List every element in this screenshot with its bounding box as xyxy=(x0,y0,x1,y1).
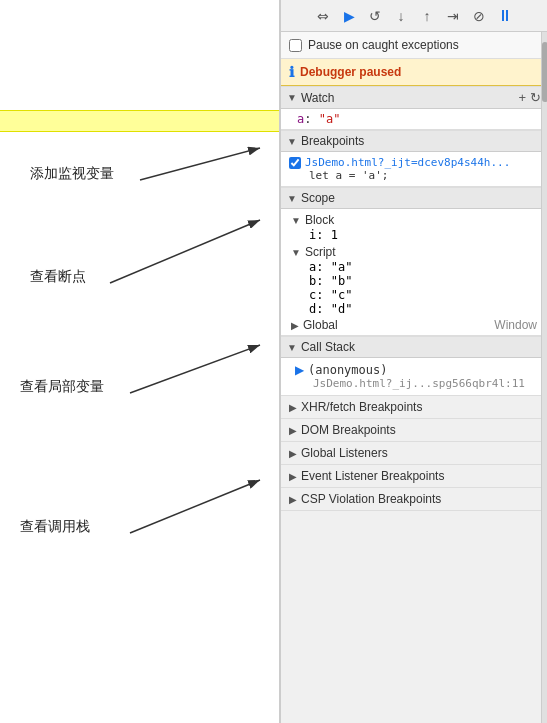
xhr-breakpoints-section[interactable]: ▶ XHR/fetch Breakpoints xyxy=(281,396,547,419)
xhr-triangle-icon: ▶ xyxy=(289,402,297,413)
step-out-button[interactable]: ↑ xyxy=(417,6,437,26)
dom-breakpoints-section[interactable]: ▶ DOM Breakpoints xyxy=(281,419,547,442)
breakpoint-code-0: let a = 'a'; xyxy=(289,169,539,182)
call-stack-title: Call Stack xyxy=(301,340,355,354)
call-stack-triangle-icon: ▼ xyxy=(287,342,297,353)
watch-triangle-icon: ▼ xyxy=(287,92,297,103)
breakpoints-content: JsDemo.html?_ijt=dcev8p4s44h... let a = … xyxy=(281,152,547,187)
scope-script-item-a: a: "a" xyxy=(281,260,547,274)
pause-exceptions-checkbox[interactable] xyxy=(289,39,302,52)
step-over-button[interactable]: ↺ xyxy=(365,6,385,26)
global-listeners-section[interactable]: ▶ Global Listeners xyxy=(281,442,547,465)
expand-icon[interactable]: ⇔ xyxy=(313,6,333,26)
yellow-highlight xyxy=(0,110,279,132)
watch-item-val-0: "a" xyxy=(319,112,341,126)
call-stack-item-0: ▶ (anonymous) JsDemo.html?_ij...spg566qb… xyxy=(281,360,547,393)
step-into-button[interactable]: ↓ xyxy=(391,6,411,26)
watch-content: a: "a" xyxy=(281,109,547,130)
debugger-toolbar: ⇔ ▶ ↺ ↓ ↑ ⇥ ⊘ ⏸ xyxy=(281,0,547,32)
scope-triangle-icon: ▼ xyxy=(287,193,297,204)
breakpoint-checkbox-0[interactable] xyxy=(289,157,301,169)
breakpoint-item-0: JsDemo.html?_ijt=dcev8p4s44h... let a = … xyxy=(281,154,547,184)
svg-line-2 xyxy=(110,220,260,283)
global-listeners-label: Global Listeners xyxy=(301,446,388,460)
info-icon: ℹ xyxy=(289,64,294,80)
deactivate-button[interactable]: ⊘ xyxy=(469,6,489,26)
watch-section: ▼ Watch + ↻ a: "a" xyxy=(281,86,547,130)
svg-line-1 xyxy=(140,148,260,180)
xhr-breakpoints-label: XHR/fetch Breakpoints xyxy=(301,400,422,414)
annotation-breakpoints: 查看断点 xyxy=(30,268,86,286)
breakpoints-triangle-icon: ▼ xyxy=(287,136,297,147)
scope-section-header[interactable]: ▼ Scope xyxy=(281,187,547,209)
right-panel: ⇔ ▶ ↺ ↓ ↑ ⇥ ⊘ ⏸ Pause on caught exceptio… xyxy=(280,0,547,723)
arrows-overlay xyxy=(0,0,280,723)
dom-breakpoints-label: DOM Breakpoints xyxy=(301,423,396,437)
call-func-name: (anonymous) xyxy=(308,363,387,377)
scope-title: Scope xyxy=(301,191,335,205)
csp-violation-section[interactable]: ▶ CSP Violation Breakpoints xyxy=(281,488,547,511)
scope-block-header[interactable]: ▼ Block xyxy=(281,212,547,228)
dom-triangle-icon: ▶ xyxy=(289,425,297,436)
debugger-paused-banner: ℹ Debugger paused xyxy=(281,59,547,86)
scope-global-value: Window xyxy=(494,318,537,332)
scope-script-item-b: b: "b" xyxy=(281,274,547,288)
block-triangle-icon: ▼ xyxy=(291,215,301,226)
watch-add-icon[interactable]: + xyxy=(518,90,526,105)
scope-block-val-i: 1 xyxy=(331,228,338,242)
watch-actions: + ↻ xyxy=(518,90,541,105)
scope-block: ▼ Block i: 1 xyxy=(281,211,547,243)
svg-line-3 xyxy=(130,345,260,393)
scrollbar[interactable] xyxy=(541,32,547,723)
call-func-row: ▶ (anonymous) xyxy=(295,363,533,377)
scope-script-header[interactable]: ▼ Script xyxy=(281,244,547,260)
call-stack-section-header[interactable]: ▼ Call Stack xyxy=(281,336,547,358)
debugger-paused-text: Debugger paused xyxy=(300,65,401,79)
scope-script: ▼ Script a: "a" b: "b" c: "c" d: "d" xyxy=(281,243,547,317)
breakpoints-section-header[interactable]: ▼ Breakpoints xyxy=(281,130,547,152)
csp-violation-label: CSP Violation Breakpoints xyxy=(301,492,441,506)
scope-block-title: Block xyxy=(305,213,334,227)
left-panel: 添加监视变量 查看断点 查看局部变量 查看调用栈 xyxy=(0,0,280,723)
scope-block-item-i: i: 1 xyxy=(281,228,547,242)
global-triangle-icon: ▶ xyxy=(291,320,299,331)
event-listener-label: Event Listener Breakpoints xyxy=(301,469,444,483)
breakpoint-filename-0: JsDemo.html?_ijt=dcev8p4s44h... xyxy=(305,156,510,169)
scope-section: ▼ Scope ▼ Block i: 1 ▼ Script xyxy=(281,187,547,336)
scope-global-row[interactable]: ▶ Global Window xyxy=(281,317,547,333)
call-func-location: JsDemo.html?_ij...spg566qbr4l:11 xyxy=(295,377,533,390)
scope-content: ▼ Block i: 1 ▼ Script a: "a" b: "b" xyxy=(281,209,547,336)
global-listeners-triangle-icon: ▶ xyxy=(289,448,297,459)
watch-section-header[interactable]: ▼ Watch + ↻ xyxy=(281,86,547,109)
watch-refresh-icon[interactable]: ↻ xyxy=(530,90,541,105)
csp-triangle-icon: ▶ xyxy=(289,494,297,505)
scroll-thumb[interactable] xyxy=(542,42,547,102)
scope-script-title: Script xyxy=(305,245,336,259)
annotation-callstack: 查看调用栈 xyxy=(20,518,90,536)
pause-button[interactable]: ⏸ xyxy=(495,6,515,26)
scope-script-item-d: d: "d" xyxy=(281,302,547,316)
watch-title: Watch xyxy=(301,91,335,105)
call-stack-content: ▶ (anonymous) JsDemo.html?_ij...spg566qb… xyxy=(281,358,547,396)
breakpoints-title: Breakpoints xyxy=(301,134,364,148)
breakpoint-item-top-0: JsDemo.html?_ijt=dcev8p4s44h... xyxy=(289,156,539,169)
pause-exceptions-row[interactable]: Pause on caught exceptions xyxy=(281,32,547,59)
annotation-watch: 添加监视变量 xyxy=(30,165,114,183)
pause-exceptions-label: Pause on caught exceptions xyxy=(308,38,459,52)
watch-item-0: a: "a" xyxy=(281,111,547,127)
breakpoints-section: ▼ Breakpoints JsDemo.html?_ijt=dcev8p4s4… xyxy=(281,130,547,187)
step-button[interactable]: ⇥ xyxy=(443,6,463,26)
event-listener-triangle-icon: ▶ xyxy=(289,471,297,482)
resume-button[interactable]: ▶ xyxy=(339,6,359,26)
scope-script-item-c: c: "c" xyxy=(281,288,547,302)
event-listener-breakpoints-section[interactable]: ▶ Event Listener Breakpoints xyxy=(281,465,547,488)
script-triangle-icon: ▼ xyxy=(291,247,301,258)
svg-line-4 xyxy=(130,480,260,533)
call-stack-section: ▼ Call Stack ▶ (anonymous) JsDemo.html?_… xyxy=(281,336,547,396)
call-arrow-icon: ▶ xyxy=(295,363,304,377)
annotation-scope: 查看局部变量 xyxy=(20,378,104,396)
scope-global-title: Global xyxy=(303,318,338,332)
